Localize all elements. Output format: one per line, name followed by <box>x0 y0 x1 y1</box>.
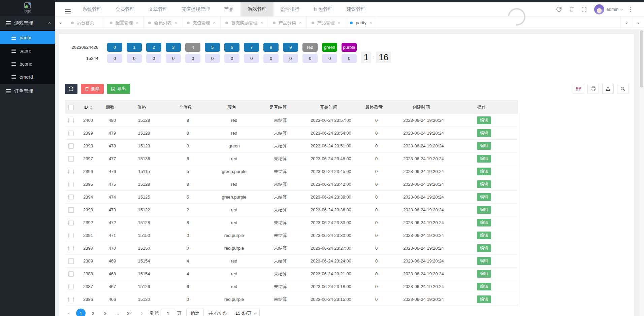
nav-item[interactable]: 文章管理 <box>141 2 174 16</box>
row-checkbox[interactable] <box>68 118 74 123</box>
count-button[interactable]: 0 <box>244 54 259 63</box>
number-button[interactable]: 4 <box>185 43 200 52</box>
sidebar-subitem[interactable]: sapre <box>0 44 55 57</box>
count-button[interactable]: 0 <box>127 54 142 63</box>
tab[interactable]: 后台首页 × <box>66 16 105 29</box>
row-checkbox[interactable] <box>68 195 74 200</box>
tab-close-icon[interactable]: × <box>213 20 216 25</box>
row-checkbox[interactable] <box>68 156 74 162</box>
row-checkbox[interactable] <box>68 271 74 277</box>
page-number[interactable]: 32 <box>125 309 134 316</box>
nav-item[interactable]: 产品 <box>217 2 240 16</box>
prev-page-icon[interactable] <box>65 309 73 316</box>
count-button[interactable]: 0 <box>263 54 279 63</box>
tab[interactable]: 充值管理 × <box>182 16 221 29</box>
sidebar-item-order-management[interactable]: 订单管理 <box>0 84 55 98</box>
delete-button[interactable]: 删除 <box>81 84 104 94</box>
edit-button[interactable]: 编辑 <box>477 193 491 201</box>
nav-item[interactable]: 游戏管理 <box>240 2 273 16</box>
sidebar-subitem[interactable]: emerd <box>0 70 55 83</box>
count-button[interactable]: 0 <box>302 54 318 63</box>
number-button[interactable]: 7 <box>244 43 259 52</box>
number-button[interactable]: 9 <box>283 43 298 52</box>
count-button[interactable]: 0 <box>283 54 298 63</box>
trash-icon[interactable] <box>569 7 574 12</box>
tab-scroll-right[interactable] <box>620 16 632 29</box>
user-menu[interactable]: admin <box>594 4 622 14</box>
more-options-icon[interactable] <box>630 7 631 12</box>
row-checkbox[interactable] <box>68 297 74 302</box>
nav-item[interactable]: 会员管理 <box>108 2 141 16</box>
row-checkbox[interactable] <box>68 169 74 174</box>
count-button[interactable]: 0 <box>185 54 200 63</box>
tab-close-icon[interactable]: × <box>174 20 177 25</box>
edit-button[interactable]: 编辑 <box>477 116 491 124</box>
edit-button[interactable]: 编辑 <box>477 257 491 265</box>
row-checkbox[interactable] <box>68 246 74 251</box>
tab[interactable]: 产品管理 × <box>307 16 346 29</box>
nav-item[interactable]: 建议管理 <box>340 2 373 16</box>
per-page-select[interactable]: 15 条/页 <box>232 309 260 316</box>
count-button[interactable]: 0 <box>205 54 220 63</box>
edit-button[interactable]: 编辑 <box>477 129 491 137</box>
row-checkbox[interactable] <box>68 258 74 264</box>
number-button[interactable]: 5 <box>205 43 220 52</box>
tab-close-icon[interactable]: × <box>369 20 372 25</box>
page-number[interactable]: 2 <box>88 309 98 316</box>
tab-scroll-left[interactable] <box>55 16 66 29</box>
row-checkbox[interactable] <box>68 207 74 213</box>
tab[interactable]: parity × <box>345 16 377 29</box>
sidebar-subitem[interactable]: parity <box>0 31 55 44</box>
row-checkbox[interactable] <box>68 182 74 187</box>
number-button[interactable]: 3 <box>166 43 181 52</box>
page-number[interactable]: 1 <box>76 309 86 316</box>
refresh-icon[interactable] <box>556 7 561 12</box>
edit-button[interactable]: 编辑 <box>477 219 491 226</box>
app-logo[interactable]: logo <box>0 0 55 16</box>
number-button[interactable]: 8 <box>263 43 279 52</box>
page-number[interactable]: ... <box>112 309 122 316</box>
count-button[interactable]: 0 <box>342 54 357 63</box>
confirm-jump-button[interactable]: 确定 <box>186 309 204 316</box>
search-button[interactable] <box>617 84 629 94</box>
select-all-checkbox[interactable] <box>68 105 74 110</box>
tab[interactable]: 配置管理 × <box>105 16 144 29</box>
tab-close-icon[interactable]: × <box>260 20 263 25</box>
number-button[interactable]: 2 <box>146 43 161 52</box>
number-button[interactable]: 0 <box>107 43 122 52</box>
export-data-button[interactable] <box>602 84 614 94</box>
count-button[interactable]: 0 <box>322 54 337 63</box>
edit-button[interactable]: 编辑 <box>477 168 491 175</box>
edit-button[interactable]: 编辑 <box>477 244 491 252</box>
edit-button[interactable]: 编辑 <box>477 232 491 239</box>
nav-item[interactable]: 盈亏排行 <box>273 2 307 16</box>
count-button[interactable]: 0 <box>166 54 181 63</box>
tab-close-icon[interactable]: × <box>338 20 341 25</box>
print-button[interactable] <box>587 84 599 94</box>
sort-icon[interactable] <box>90 106 93 110</box>
nav-item[interactable]: 红包管理 <box>307 2 340 16</box>
edit-button[interactable]: 编辑 <box>477 142 491 150</box>
edit-button[interactable]: 编辑 <box>477 270 491 278</box>
filter-columns-button[interactable] <box>573 84 584 94</box>
tab[interactable]: 产品分类 × <box>268 16 307 29</box>
row-checkbox[interactable] <box>68 131 74 136</box>
page-jump-input[interactable] <box>161 309 175 316</box>
nav-item[interactable]: 充值提现管理 <box>174 2 217 16</box>
edit-button[interactable]: 编辑 <box>477 206 491 214</box>
tab[interactable]: 会员列表 × <box>143 16 182 29</box>
fullscreen-icon[interactable] <box>582 7 586 12</box>
menu-toggle-icon[interactable] <box>65 5 71 13</box>
export-button[interactable]: 导出 <box>107 84 130 94</box>
tab[interactable]: 首充奖励管理 × <box>221 16 268 29</box>
count-button[interactable]: 0 <box>224 54 239 63</box>
sidebar-item-game-management[interactable]: 游戏管理 <box>0 16 55 30</box>
number-button[interactable]: green <box>322 43 337 52</box>
refresh-button[interactable] <box>65 84 77 94</box>
count-button[interactable]: 0 <box>107 54 122 63</box>
row-checkbox[interactable] <box>68 284 74 289</box>
number-button[interactable]: 6 <box>224 43 239 52</box>
scrollbar-thumb[interactable] <box>640 30 643 87</box>
row-checkbox[interactable] <box>68 220 74 225</box>
edit-button[interactable]: 编辑 <box>477 180 491 188</box>
